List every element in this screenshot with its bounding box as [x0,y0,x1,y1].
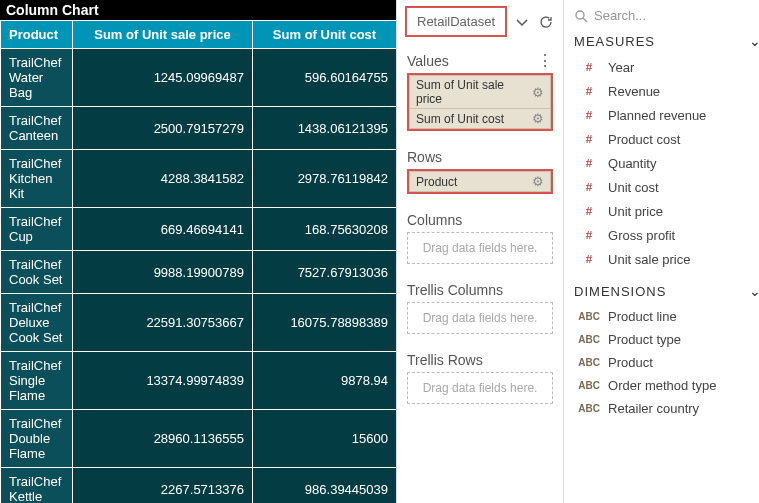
number-type-icon: # [578,131,600,147]
measure-item[interactable]: #Year [568,55,759,79]
number-type-icon: # [578,251,600,267]
table-row[interactable]: TrailChef Double Flame28960.113655515600 [1,410,397,468]
field-label: Unit cost [608,180,659,195]
cell-cost: 1438.06121395 [253,107,397,150]
fields-panel: MEASURES ⌄ #Year#Revenue#Planned revenue… [564,0,759,503]
measure-item[interactable]: #Unit price [568,199,759,223]
cell-product: TrailChef Water Bag [1,49,73,107]
gear-icon[interactable]: ⚙ [532,85,544,100]
cell-sale: 13374.99974839 [73,352,253,410]
cell-cost: 596.60164755 [253,49,397,107]
table-row[interactable]: TrailChef Single Flame13374.999748399878… [1,352,397,410]
dataset-selector[interactable]: RetailDataset [405,6,507,37]
dataset-dropdown-icon[interactable] [513,13,531,31]
measure-item[interactable]: #Planned revenue [568,103,759,127]
field-label: Unit sale price [608,252,690,267]
number-type-icon: # [578,83,600,99]
svg-line-1 [583,18,587,22]
text-type-icon: ABC [578,357,600,368]
refresh-icon[interactable] [537,13,555,31]
measure-item[interactable]: #Unit sale price [568,247,759,271]
cell-cost: 16075.78898389 [253,294,397,352]
trellis-columns-label: Trellis Columns [407,282,503,298]
cell-product: TrailChef Single Flame [1,352,73,410]
col-header-product[interactable]: Product [1,21,73,49]
cell-sale: 1245.09969487 [73,49,253,107]
search-icon [574,9,588,23]
text-type-icon: ABC [578,403,600,414]
values-label: Values [407,53,449,69]
table-row[interactable]: TrailChef Deluxe Cook Set22591.307536671… [1,294,397,352]
cell-sale: 2267.5713376 [73,468,253,504]
measure-item[interactable]: #Quantity [568,151,759,175]
field-pill[interactable]: Product⚙ [409,171,551,192]
dimensions-header[interactable]: DIMENSIONS ⌄ [564,277,759,305]
cell-sale: 22591.30753667 [73,294,253,352]
field-label: Planned revenue [608,108,706,123]
number-type-icon: # [578,203,600,219]
cell-product: TrailChef Kettle [1,468,73,504]
field-pill[interactable]: Sum of Unit sale price⚙ [409,75,551,109]
cell-sale: 669.46694141 [73,208,253,251]
cell-sale: 9988.19900789 [73,251,253,294]
col-header-sale[interactable]: Sum of Unit sale price [73,21,253,49]
gear-icon[interactable]: ⚙ [532,174,544,189]
cell-product: TrailChef Kitchen Kit [1,150,73,208]
measure-item[interactable]: #Product cost [568,127,759,151]
dimension-item[interactable]: ABCProduct line [568,305,759,328]
measure-item[interactable]: #Unit cost [568,175,759,199]
cell-product: TrailChef Canteen [1,107,73,150]
rows-shelf[interactable]: Product⚙ [407,169,553,194]
dimension-item[interactable]: ABCProduct [568,351,759,374]
svg-point-0 [576,11,584,19]
cell-product: TrailChef Deluxe Cook Set [1,294,73,352]
cell-sale: 2500.79157279 [73,107,253,150]
text-type-icon: ABC [578,380,600,391]
cell-product: TrailChef Cook Set [1,251,73,294]
field-pill-label: Sum of Unit sale price [416,78,532,106]
number-type-icon: # [578,227,600,243]
columns-dropzone[interactable]: Drag data fields here. [407,232,553,264]
gear-icon[interactable]: ⚙ [532,111,544,126]
field-label: Product [608,355,653,370]
cell-product: TrailChef Double Flame [1,410,73,468]
measures-header[interactable]: MEASURES ⌄ [564,27,759,55]
measure-item[interactable]: #Revenue [568,79,759,103]
dimension-item[interactable]: ABCOrder method type [568,374,759,397]
cell-sale: 28960.1136555 [73,410,253,468]
dimension-item[interactable]: ABCProduct type [568,328,759,351]
number-type-icon: # [578,59,600,75]
table-row[interactable]: TrailChef Water Bag1245.09969487596.6016… [1,49,397,107]
field-pill[interactable]: Sum of Unit cost⚙ [409,109,551,129]
dimension-item[interactable]: ABCRetailer country [568,397,759,420]
table-row[interactable]: TrailChef Canteen2500.791572791438.06121… [1,107,397,150]
chevron-down-icon: ⌄ [749,283,759,299]
values-shelf[interactable]: Sum of Unit sale price⚙Sum of Unit cost⚙ [407,73,553,131]
table-row[interactable]: TrailChef Cup669.46694141168.75630208 [1,208,397,251]
field-label: Retailer country [608,401,699,416]
trellis-rows-dropzone[interactable]: Drag data fields here. [407,372,553,404]
values-menu-icon[interactable]: ⋮ [537,57,553,65]
field-label: Revenue [608,84,660,99]
search-input[interactable] [594,8,759,23]
text-type-icon: ABC [578,334,600,345]
dataset-name: RetailDataset [417,14,495,29]
field-label: Product cost [608,132,680,147]
field-pill-label: Product [416,175,457,189]
cell-product: TrailChef Cup [1,208,73,251]
config-panel: RetailDataset Values ⋮ Sum of Unit sale … [396,0,564,503]
measure-item[interactable]: #Gross profit [568,223,759,247]
trellis-rows-label: Trellis Rows [407,352,483,368]
cell-cost: 168.75630208 [253,208,397,251]
number-type-icon: # [578,179,600,195]
table-row[interactable]: TrailChef Kettle2267.5713376986.39445039 [1,468,397,504]
trellis-columns-dropzone[interactable]: Drag data fields here. [407,302,553,334]
field-label: Gross profit [608,228,675,243]
field-label: Quantity [608,156,656,171]
cell-cost: 986.39445039 [253,468,397,504]
col-header-cost[interactable]: Sum of Unit cost [253,21,397,49]
field-label: Order method type [608,378,716,393]
cell-cost: 9878.94 [253,352,397,410]
table-row[interactable]: TrailChef Kitchen Kit4288.38415822978.76… [1,150,397,208]
table-row[interactable]: TrailChef Cook Set9988.199007897527.6791… [1,251,397,294]
